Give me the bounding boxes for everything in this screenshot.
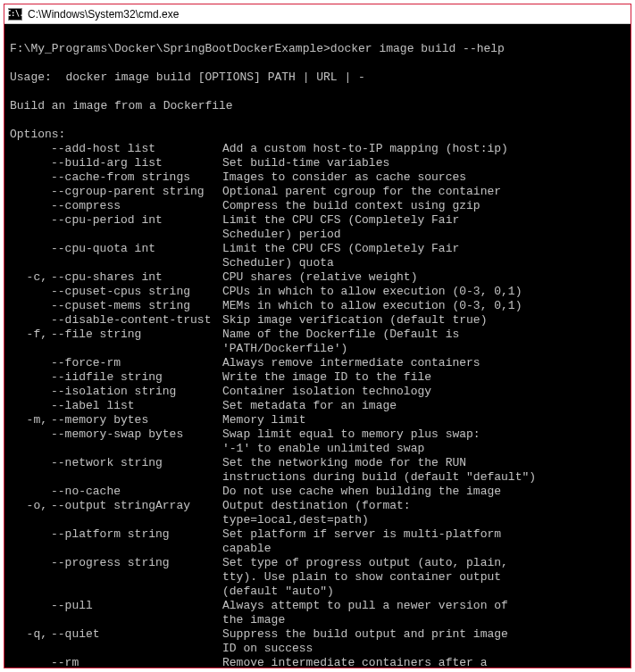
option-long: --platform string (47, 527, 222, 542)
terminal-output[interactable]: F:\My_Programs\Docker\SpringBootDockerEx… (4, 24, 631, 668)
option-desc: Set platform if server is multi-platform (222, 527, 625, 542)
option-short (10, 599, 47, 613)
option-row: --label listSet metadata for an image (10, 399, 625, 413)
option-desc: MEMs in which to allow execution (0-3, 0… (222, 299, 625, 313)
option-long: --force-rm (47, 356, 222, 370)
option-long: --cache-from strings (47, 170, 222, 185)
titlebar[interactable]: C:\. C:\Windows\System32\cmd.exe (4, 4, 631, 24)
option-row: Scheduler) quota (10, 256, 625, 270)
option-short (10, 485, 47, 499)
option-row: --add-host listAdd a custom host-to-IP m… (10, 142, 625, 156)
option-row: --compressCompress the build context usi… (10, 199, 625, 213)
option-short (10, 313, 47, 328)
option-row: --pullAlways attempt to pull a newer ver… (10, 599, 625, 613)
option-short (10, 613, 47, 627)
option-desc: type=local,dest=path) (222, 513, 625, 527)
option-long: --progress string (47, 556, 222, 570)
option-short (10, 542, 47, 556)
option-short (10, 242, 47, 256)
option-desc: ID on success (222, 642, 625, 656)
option-long: --memory bytes (47, 413, 222, 427)
option-long (47, 613, 222, 627)
option-desc: CPU shares (relative weight) (222, 270, 625, 285)
option-short (10, 356, 47, 370)
option-row: the image (10, 613, 625, 627)
option-short (10, 585, 47, 599)
option-row: instructions during build (default "defa… (10, 470, 625, 485)
option-row: '-1' to enable unlimited swap (10, 442, 625, 456)
option-desc: Remove intermediate containers after a (222, 656, 625, 668)
cmd-icon: C:\. (8, 8, 22, 21)
option-row: --memory-swap bytesSwap limit equal to m… (10, 427, 625, 442)
options-list: --add-host listAdd a custom host-to-IP m… (10, 142, 625, 668)
option-long: --pull (47, 599, 222, 613)
option-short (10, 170, 47, 185)
option-desc: the image (222, 613, 625, 627)
option-long: --add-host list (47, 142, 222, 156)
option-row: --build-arg listSet build-time variables (10, 156, 625, 170)
option-long (47, 542, 222, 556)
option-long: --no-cache (47, 485, 222, 499)
option-desc: instructions during build (default "defa… (222, 470, 625, 485)
option-long (47, 256, 222, 270)
option-desc: Set the networking mode for the RUN (222, 456, 625, 470)
option-long: --build-arg list (47, 156, 222, 170)
option-desc: Optional parent cgroup for the container (222, 185, 625, 199)
option-desc: '-1' to enable unlimited swap (222, 442, 625, 456)
blank-line (10, 113, 17, 127)
option-long: --cpuset-mems string (47, 299, 222, 313)
option-short: -o, (10, 499, 47, 513)
option-long (47, 342, 222, 356)
option-desc: Always attempt to pull a newer version o… (222, 599, 625, 613)
option-row: --platform stringSet platform if server … (10, 527, 625, 542)
option-desc: Images to consider as cache sources (222, 170, 625, 185)
option-desc: Container isolation technology (222, 385, 625, 399)
option-desc: Skip image verification (default true) (222, 313, 625, 328)
option-desc: Scheduler) quota (222, 256, 625, 270)
option-row: tty). Use plain to show container output (10, 570, 625, 585)
option-long (47, 470, 222, 485)
option-long: --cpu-quota int (47, 242, 222, 256)
option-short (10, 527, 47, 542)
option-row: --cgroup-parent stringOptional parent cg… (10, 185, 625, 199)
cmd-window: C:\. C:\Windows\System32\cmd.exe F:\My_P… (4, 4, 631, 668)
option-row: --cpuset-mems stringMEMs in which to all… (10, 299, 625, 313)
option-row: --progress stringSet type of progress ou… (10, 556, 625, 570)
option-short (10, 142, 47, 156)
option-short (10, 385, 47, 399)
option-long: --isolation string (47, 385, 222, 399)
option-row: -f,--file stringName of the Dockerfile (… (10, 328, 625, 342)
option-row: --cpu-quota intLimit the CPU CFS (Comple… (10, 242, 625, 256)
option-short (10, 456, 47, 470)
option-desc: Limit the CPU CFS (Completely Fair (222, 242, 625, 256)
option-row: --network stringSet the networking mode … (10, 456, 625, 470)
option-short (10, 442, 47, 456)
option-row: 'PATH/Dockerfile') (10, 342, 625, 356)
option-desc: Set metadata for an image (222, 399, 625, 413)
option-row: -o,--output stringArrayOutput destinatio… (10, 499, 625, 513)
option-short (10, 185, 47, 199)
option-short (10, 228, 47, 242)
option-long: --quiet (47, 627, 222, 642)
option-desc: Add a custom host-to-IP mapping (host:ip… (222, 142, 625, 156)
option-desc: (default "auto") (222, 585, 625, 599)
option-short (10, 513, 47, 527)
prompt-line: F:\My_Programs\Docker\SpringBootDockerEx… (10, 42, 505, 55)
option-desc: Limit the CPU CFS (Completely Fair (222, 213, 625, 228)
option-long: --compress (47, 199, 222, 213)
blank-line (10, 85, 17, 98)
option-long (47, 513, 222, 527)
option-short (10, 156, 47, 170)
option-long: --cgroup-parent string (47, 185, 222, 199)
option-desc: Set build-time variables (222, 156, 625, 170)
option-long (47, 442, 222, 456)
option-short: -m, (10, 413, 47, 427)
option-row: -q,--quietSuppress the build output and … (10, 627, 625, 642)
option-row: -c,--cpu-shares intCPU shares (relative … (10, 270, 625, 285)
option-row: --no-cacheDo not use cache when building… (10, 485, 625, 499)
option-long: --rm (47, 656, 222, 668)
option-row: --cpu-period intLimit the CPU CFS (Compl… (10, 213, 625, 228)
option-row: --isolation stringContainer isolation te… (10, 385, 625, 399)
option-row: type=local,dest=path) (10, 513, 625, 527)
option-desc: Compress the build context using gzip (222, 199, 625, 213)
